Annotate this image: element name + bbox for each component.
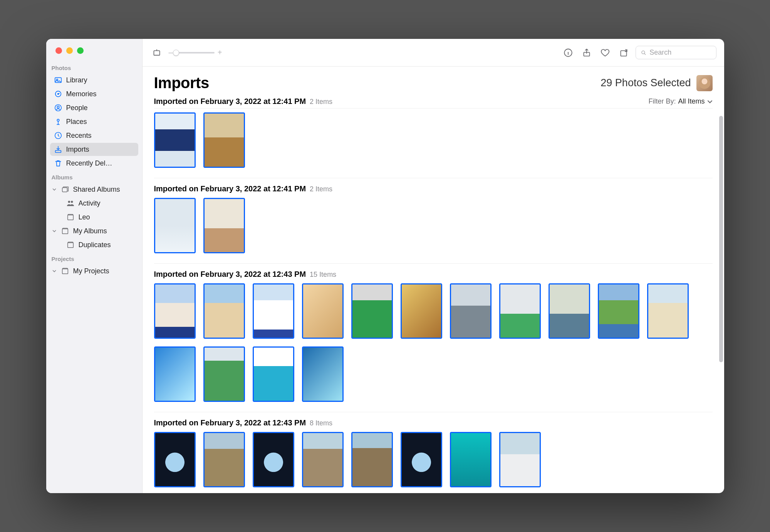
content-scroll[interactable]: Imports 29 Photos Selected Imported on F… [143,67,724,493]
photo-thumbnail[interactable] [598,283,639,339]
sidebar-item-places[interactable]: Places [50,115,138,128]
zoom-plus[interactable]: + [218,48,222,57]
photo-thumbnail[interactable] [203,346,245,402]
photo-image [155,284,195,338]
photo-image [155,199,195,252]
svg-rect-16 [154,50,159,55]
import-section: Imported on February 3, 2022 at 12:41 PM… [154,97,713,168]
zoom-slider[interactable]: – + [169,48,222,57]
recents-icon [54,131,62,140]
photo-image [254,284,293,338]
sidebar-item-imports[interactable]: Imports [50,143,138,156]
minimize-window-button[interactable] [66,47,73,54]
sidebar-item-memories[interactable]: Memories [50,87,138,100]
svg-rect-15 [62,269,68,274]
photo-image [303,433,342,486]
photo-thumbnail[interactable] [203,432,245,487]
photo-thumbnail[interactable] [351,432,393,487]
photo-image [402,433,441,486]
main-area: – + Imports 29 Photos Selected [143,39,724,493]
sidebar-item-library[interactable]: Library [50,74,138,87]
section-header: Imported on February 3, 2022 at 12:43 PM… [154,263,713,279]
photo-thumbnail[interactable] [302,283,344,339]
search-field[interactable] [636,46,716,59]
photo-image [500,284,540,338]
toolbar: – + [143,39,724,67]
library-icon [54,76,62,84]
photo-image [205,284,244,338]
sidebar-item-shared-albums[interactable]: Shared Albums [50,183,138,196]
album-icon [66,241,75,249]
photo-thumbnail[interactable] [203,198,245,253]
thumbnail-grid [154,283,713,402]
photo-thumbnail[interactable] [401,283,442,339]
zoom-knob[interactable] [173,50,179,56]
svg-rect-12 [67,215,73,220]
photo-thumbnail[interactable] [154,432,196,487]
section-title: Imported on February 3, 2022 at 12:41 PM [154,97,306,106]
sidebar-item-label: Imports [66,146,89,154]
photo-thumbnail[interactable] [351,283,393,339]
photo-thumbnail[interactable] [154,283,196,339]
photo-thumbnail[interactable] [450,432,492,487]
rotate-button[interactable] [617,46,630,59]
photo-thumbnail[interactable] [302,346,344,402]
sidebar-item-people[interactable]: People [50,101,138,114]
scrollbar[interactable] [719,116,723,362]
sidebar-item-recently-deleted[interactable]: Recently Del… [50,157,138,170]
trash-icon [54,159,62,167]
fullscreen-window-button[interactable] [77,47,84,54]
photo-image [451,284,490,338]
photo-thumbnail[interactable] [647,283,689,339]
memories-icon [54,90,62,98]
section-title: Imported on February 3, 2022 at 12:43 PM [154,418,306,427]
sidebar-item-activity[interactable]: Activity [50,197,138,210]
photo-thumbnail[interactable] [253,432,294,487]
photo-thumbnail[interactable] [499,283,541,339]
photo-image [254,433,293,486]
section-count: 8 Items [310,419,332,427]
sidebar-item-label: Places [66,118,87,126]
sidebar-item-label: Recents [66,132,92,140]
places-icon [54,117,62,126]
chevron-down-icon[interactable] [52,187,57,191]
photo-thumbnail[interactable] [302,432,344,487]
filter-by-dropdown[interactable]: Filter By: All Items [648,97,712,105]
photo-thumbnail[interactable] [203,112,245,168]
photo-thumbnail[interactable] [549,283,590,339]
chevron-down-icon[interactable] [52,229,57,233]
sidebar-item-recents[interactable]: Recents [50,129,138,142]
info-button[interactable] [562,46,575,59]
zoom-track[interactable] [176,52,215,54]
photo-thumbnail[interactable] [401,432,442,487]
photo-thumbnail[interactable] [450,283,492,339]
sidebar-item-label: Activity [79,199,101,207]
sidebar-item-duplicates[interactable]: Duplicates [50,238,138,251]
chevron-down-icon[interactable] [52,269,57,273]
sidebar-item-label: My Projects [73,267,109,275]
photo-thumbnail[interactable] [154,112,196,168]
sidebar-item-label: Memories [66,90,97,98]
photo-thumbnail[interactable] [203,283,245,339]
sidebar-item-leo[interactable]: Leo [50,211,138,224]
avatar[interactable] [696,75,713,91]
sidebar-item-label: Library [66,76,87,84]
search-input[interactable] [649,49,711,57]
photo-thumbnail[interactable] [499,432,541,487]
close-window-button[interactable] [55,47,62,54]
selection-count: 29 Photos Selected [601,77,691,89]
photo-thumbnail[interactable] [154,346,196,402]
sidebar-item-my-albums[interactable]: My Albums [50,224,138,238]
zoom-minus[interactable]: – [169,48,173,57]
photo-thumbnail[interactable] [154,198,196,253]
photo-image [648,284,688,338]
sidebar-item-my-projects[interactable]: My Projects [50,264,138,278]
share-button[interactable] [580,46,593,59]
sidebar: Photos Library Memories People Places Re… [46,39,143,493]
photo-image [155,433,195,486]
aspect-button[interactable] [150,46,163,59]
favorite-button[interactable] [599,46,612,59]
photo-thumbnail[interactable] [253,283,294,339]
photo-thumbnail[interactable] [253,346,294,402]
activity-icon [66,199,75,207]
